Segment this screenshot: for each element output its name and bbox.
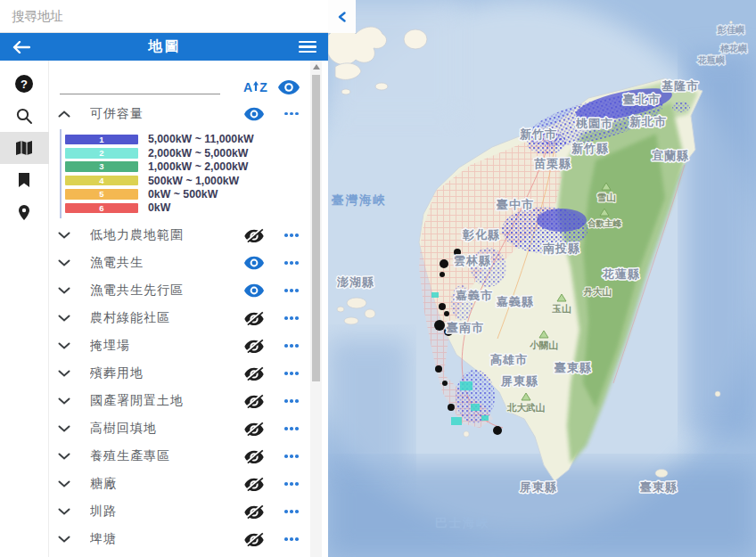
layer-menu-button[interactable] [273,372,310,375]
layer-row[interactable]: 漁電共生 [49,250,310,277]
legend-swatch: 6 [65,203,138,214]
chevron-left-icon [338,12,346,22]
layer-label: 漁電共生先行區 [90,283,235,299]
legend-range-label: 500kW ~ 1,000kW [148,175,239,187]
layer-menu-button[interactable] [273,510,310,513]
visibility-off-icon[interactable] [235,394,273,408]
chevron-down-icon[interactable] [58,397,81,405]
layer-row[interactable]: 掩埋場 [49,332,310,360]
legend-swatch: 3 [65,161,138,172]
hamburger-icon [299,41,316,44]
chevron-down-icon[interactable] [58,453,81,460]
visibility-off-icon[interactable] [235,477,273,491]
visibility-off-icon[interactable] [235,366,273,381]
map-label-mountain: 玉山 [552,303,572,314]
sort-az-icon[interactable]: A Z [243,80,267,94]
legend-range-label: 5,000kW ~ 11,000kW [148,133,254,145]
layer-menu-button[interactable] [273,455,310,458]
panel-scrollbar[interactable] [310,61,322,557]
rail-item-location[interactable] [0,196,49,228]
address-search-bar[interactable]: 搜尋地址 [0,0,328,33]
layer-row[interactable]: 高樹回填地 [49,415,310,443]
visibility-off-icon[interactable] [235,504,273,519]
legend-range-label: 0kW [148,201,170,214]
help-icon: ? [15,75,33,93]
chevron-up-icon[interactable] [58,111,81,118]
map-label-city: 花蓮縣 [602,267,640,281]
layer-label: 低地力農地範圍 [90,227,235,243]
tool-rail: ? [0,61,49,557]
legend-row: 31,000kW ~ 2,000kW [65,160,267,173]
map-label-city: 嘉義縣 [496,295,534,308]
layer-menu-button[interactable] [273,233,310,237]
layer-filter-input[interactable] [60,77,220,94]
map-label-city: 臺南市 [446,321,484,334]
search-icon [15,107,33,125]
visibility-on-icon[interactable] [235,283,273,298]
layer-row[interactable]: 圳路 [49,498,310,526]
visibility-off-icon[interactable] [235,228,273,242]
location-pin-icon [17,204,31,221]
layer-menu-button[interactable] [273,427,310,430]
layer-row[interactable]: 台糖滯洪池 [49,553,310,557]
layer-menu-button[interactable] [273,112,310,116]
layer-row[interactable]: 埤塘 [49,526,310,553]
visibility-off-icon[interactable] [235,422,273,436]
rail-item-bookmark[interactable] [0,164,49,196]
rail-item-search[interactable] [0,100,49,132]
map-label-city: 高雄市 [490,353,528,366]
chevron-down-icon[interactable] [58,536,81,543]
map-label-mountain: 合歡主峰 [587,218,622,228]
layer-menu-button[interactable] [273,261,310,265]
visibility-off-icon[interactable] [235,449,273,463]
layer-menu-button[interactable] [273,399,310,403]
layer-row[interactable]: 農村綠能社區 [49,305,310,332]
map-label-city: 新北市 [629,115,667,128]
chevron-down-icon[interactable] [58,342,81,349]
chevron-down-icon[interactable] [58,232,81,239]
layer-menu-button[interactable] [273,289,310,292]
chevron-down-icon[interactable] [58,480,81,487]
map-label-sea: 臺灣海峽 [331,193,387,207]
search-input-placeholder[interactable]: 搜尋地址 [12,8,63,25]
visibility-on-icon[interactable] [235,107,273,121]
rail-item-help[interactable]: ? [0,68,49,100]
collapse-panel-button[interactable] [328,0,356,33]
layer-label: 殯葬用地 [90,365,235,381]
visibility-off-icon[interactable] [235,532,273,546]
toggle-all-visibility-icon[interactable] [278,80,300,94]
chevron-down-icon[interactable] [58,287,81,294]
chevron-down-icon[interactable] [58,370,81,377]
rail-item-map-layers[interactable] [0,132,49,164]
map-label-sea: 巴士海峽 [435,516,490,529]
layer-menu-button[interactable] [273,537,310,541]
visibility-on-icon[interactable] [235,256,273,270]
layer-row[interactable]: 低地力農地範圍 [49,222,310,250]
chevron-down-icon[interactable] [58,315,81,322]
layer-row[interactable]: 養殖生產專區 [49,443,310,471]
layer-menu-button[interactable] [273,482,310,486]
legend-swatch: 4 [65,176,138,186]
legend-range-label: 0kW ~ 500kW [148,188,218,201]
chevron-down-icon[interactable] [58,259,81,266]
visibility-off-icon[interactable] [235,311,273,325]
layer-row[interactable]: 國產署閒置土地 [49,388,310,415]
taiwan-map[interactable]: 雪山合歡主峰丹大山玉山小關山北大武山基隆市臺北市新北市桃園市新竹市新竹縣宜蘭縣苗… [328,0,756,557]
scrollbar-up-arrow[interactable] [313,64,320,70]
layer-menu-button[interactable] [273,344,310,348]
layer-row[interactable]: 漁電共生先行區 [49,277,310,305]
map-label-city: 苗栗縣 [534,157,571,170]
map-canvas[interactable]: 雪山合歡主峰丹大山玉山小關山北大武山基隆市臺北市新北市桃園市新竹市新竹縣宜蘭縣苗… [328,0,756,557]
visibility-off-icon[interactable] [235,339,273,353]
scrollbar-thumb[interactable] [312,75,320,381]
back-button[interactable] [0,41,43,53]
layer-label: 國產署閒置土地 [90,393,235,409]
layer-row-expanded[interactable]: 可併容量 [49,100,310,127]
menu-button[interactable] [287,41,328,53]
chevron-down-icon[interactable] [58,508,81,515]
layer-row[interactable]: 糖廠 [49,471,310,498]
layer-menu-button[interactable] [273,316,310,320]
layer-row[interactable]: 殯葬用地 [49,360,310,388]
map-label-city: 桃園市 [575,117,613,130]
chevron-down-icon[interactable] [58,425,81,432]
